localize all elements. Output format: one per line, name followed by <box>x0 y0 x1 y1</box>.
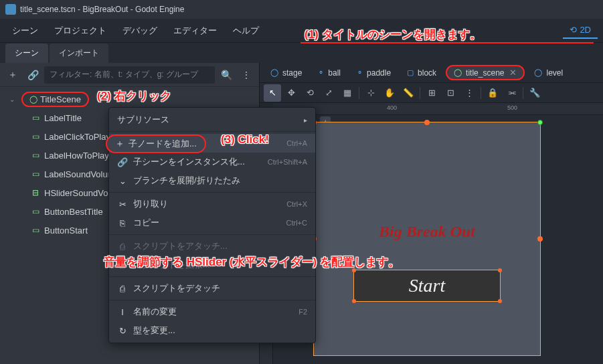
label-title-preview: Big Break Out <box>379 223 475 241</box>
view-options[interactable]: 🔧 <box>526 84 543 102</box>
ctx-copy[interactable]: ⎘コピーCtrl+C <box>109 213 315 232</box>
expand-icon: ⌄ <box>117 176 128 186</box>
search-icon[interactable]: 🔍 <box>218 66 235 84</box>
script-remove-icon: ⎙ <box>117 284 128 294</box>
scene-toolbar: ＋ 🔗 フィルター: 名前、t: タイプ、g: グループ 🔍 ⋮ <box>0 63 259 87</box>
snap-toggle[interactable]: ⊞ <box>423 84 440 102</box>
resize-handle[interactable] <box>424 120 430 125</box>
cut-icon: ✂ <box>117 199 128 209</box>
pivot-tool[interactable]: ⊹ <box>362 84 379 102</box>
viewport-toolbar: ↖ ✥ ⟲ ⤢ ▦ ⊹ ✋ 📏 ⊞ ⊡ ⋮ 🔒 ⫘ 🔧 <box>260 83 603 103</box>
move-tool[interactable]: ✥ <box>282 84 300 102</box>
annotation-3: (3) Click! <box>221 133 269 147</box>
control-node-icon: ◯ <box>29 95 37 104</box>
menu-debug[interactable]: デバッグ <box>116 21 164 41</box>
select-tool[interactable]: ↖ <box>264 84 281 102</box>
label-node-icon: ▭ <box>31 132 40 141</box>
ruler-tool[interactable]: 📏 <box>400 84 417 102</box>
resize-handle[interactable] <box>537 120 543 125</box>
button-node-icon: ▭ <box>31 207 40 216</box>
mode-2d-button[interactable]: 2D <box>563 22 598 39</box>
snap-options[interactable]: ⋮ <box>460 84 478 102</box>
button-start-preview[interactable]: Start <box>353 270 501 302</box>
copy-icon: ⎘ <box>117 218 128 228</box>
submenu-arrow-icon: ▸ <box>304 116 307 124</box>
ctx-change-type[interactable]: ↻型を変更... <box>109 321 315 340</box>
window-title: title_scene.tscn - BigBreakOut - Godot E… <box>20 5 184 14</box>
ctx-attach-script: ⎙スクリプトをアタッチ... <box>109 237 315 256</box>
annotation-4: 音量を調節する HSlider (水平スライダー) を配置します。 <box>104 254 400 270</box>
label-node-icon: ▭ <box>31 169 40 179</box>
rename-icon: I <box>117 307 128 317</box>
rigidbody-icon: ⚬ <box>318 68 324 77</box>
control-node-icon: ◯ <box>454 68 462 77</box>
scene-tab-title-scene[interactable]: ◯title_scene✕ <box>446 65 525 80</box>
ctx-cut[interactable]: ✂切り取りCtrl+X <box>109 195 315 213</box>
ctx-instance-scene[interactable]: 🔗子シーンをインスタンス化...Ctrl+Shift+A <box>109 153 315 171</box>
ctx-expand-branch[interactable]: ⌄ブランチを展開/折りたたみ <box>109 171 315 190</box>
resize-handle[interactable] <box>498 299 502 303</box>
scene-filter-input[interactable]: フィルター: 名前、t: タイプ、g: グループ <box>44 66 215 84</box>
ctx-rename[interactable]: I名前の変更F2 <box>109 302 315 321</box>
scene-tab-ball[interactable]: ⚬ball <box>311 66 347 80</box>
resize-handle[interactable] <box>498 268 502 272</box>
godot-logo-icon <box>5 4 16 15</box>
staticbody-icon: ▢ <box>407 68 414 77</box>
node2d-icon: ◯ <box>534 68 542 77</box>
ctx-detach-script[interactable]: ⎙スクリプトをデタッチ <box>109 279 315 298</box>
button-node-icon: ▭ <box>31 225 40 235</box>
list-select-tool[interactable]: ▦ <box>339 84 356 102</box>
node2d-icon: ◯ <box>270 68 278 77</box>
script-icon: ⎙ <box>117 242 128 252</box>
group-button[interactable]: ⫘ <box>503 84 520 102</box>
plus-icon: ＋ <box>115 138 124 150</box>
dock-tabs: シーン インポート <box>0 43 603 63</box>
link-button[interactable]: 🔗 <box>24 66 41 84</box>
hslider-node-icon: ⊟ <box>31 188 40 197</box>
lock-button[interactable]: 🔒 <box>484 84 501 102</box>
rotate-tool[interactable]: ⟲ <box>301 84 319 102</box>
link-icon: 🔗 <box>117 157 128 167</box>
window-titlebar: title_scene.tscn - BigBreakOut - Godot E… <box>0 0 603 19</box>
add-child-highlight: ＋ 子ノードを追加... <box>106 134 206 153</box>
menu-editor[interactable]: エディター <box>167 21 224 41</box>
more-icon[interactable]: ⋮ <box>238 66 255 84</box>
change-type-icon: ↻ <box>117 326 128 336</box>
collapse-toggle-icon[interactable]: ⌄ <box>9 96 17 103</box>
label-node-icon: ▭ <box>31 151 40 160</box>
root-control-rect[interactable]: Big Break Out Start <box>313 122 541 356</box>
scene-tab-level[interactable]: ◯level <box>527 66 570 80</box>
open-scenes-tabs: ◯stage ⚬ball ⚬paddle ▢block ◯title_scene… <box>260 63 603 83</box>
menu-bar: シーン プロジェクト デバッグ エディター ヘルプ 2D <box>0 19 603 43</box>
smart-snap-toggle[interactable]: ⊡ <box>442 84 459 102</box>
scene-tab-block[interactable]: ▢block <box>400 66 443 80</box>
dock-tab-import[interactable]: インポート <box>50 43 108 63</box>
annotation-2: (2) 右クリック <box>97 88 171 104</box>
scene-tab-stage[interactable]: ◯stage <box>264 66 309 80</box>
annotation-1-underline <box>300 42 594 43</box>
menu-project[interactable]: プロジェクト <box>48 21 113 41</box>
annotation-1: (1) タイトルのシーンを開きます。 <box>305 27 481 42</box>
pan-tool[interactable]: ✋ <box>381 84 398 102</box>
add-node-button[interactable]: ＋ <box>4 66 21 84</box>
resize-handle[interactable] <box>352 299 356 303</box>
menu-scene[interactable]: シーン <box>5 21 45 41</box>
horizontal-ruler: 400 500 <box>273 103 603 115</box>
characterbody-icon: ⚬ <box>357 68 363 77</box>
scene-tab-paddle[interactable]: ⚬paddle <box>350 66 398 80</box>
resize-handle[interactable] <box>537 236 543 242</box>
menu-help[interactable]: ヘルプ <box>226 21 266 41</box>
label-node-icon: ▭ <box>31 113 40 122</box>
scale-tool[interactable]: ⤢ <box>320 84 337 102</box>
close-icon[interactable]: ✕ <box>509 68 517 78</box>
dock-tab-scene[interactable]: シーン <box>5 43 48 63</box>
ctx-subresource[interactable]: サブリソース▸ <box>109 110 315 129</box>
